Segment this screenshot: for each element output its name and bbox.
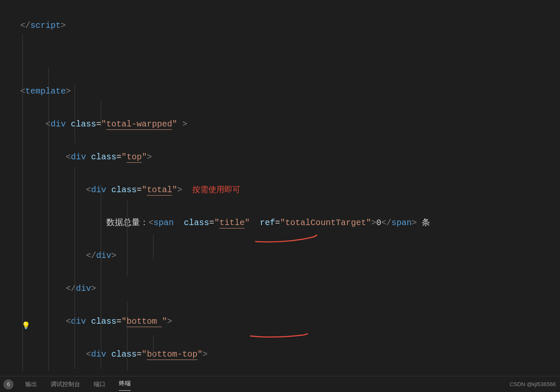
code-line: </div> <box>20 247 560 264</box>
problems-count-badge[interactable]: 6 <box>3 379 13 389</box>
code-line: 数据总量：<span class="title" ref="totalCount… <box>20 215 560 231</box>
code-line: <div class="total"> 按需使用即可 <box>20 182 560 198</box>
tag-div: div <box>51 119 66 129</box>
tag-div: div <box>71 317 86 326</box>
tag-div: div <box>91 349 106 359</box>
code-line: <div class="bottom "> <box>20 313 560 330</box>
tag-span-close: span <box>391 218 412 228</box>
indent-guide <box>127 301 127 371</box>
tab-output[interactable]: 输出 <box>25 379 37 390</box>
attr-class: class <box>184 218 209 228</box>
indent-guide <box>101 101 101 126</box>
attr-class: class <box>111 349 137 359</box>
code-line: </script> <box>20 17 560 34</box>
tab-debug-console[interactable]: 调试控制台 <box>51 379 80 390</box>
ref-total-count-target: totalCountTarget <box>285 218 366 228</box>
tag-template: template <box>25 86 66 96</box>
indent-guide <box>75 84 75 143</box>
attr-class: class <box>111 185 137 195</box>
code-editor[interactable]: </script> <template> <div class="total-w… <box>0 0 560 392</box>
class-total-warpped: total-warpped <box>106 119 172 130</box>
bottom-panel-tabs: 6 输出 调试控制台 端口 终端 <box>0 376 560 392</box>
class-total: total <box>147 185 172 196</box>
code-line: <template> <box>20 83 560 99</box>
tab-port[interactable]: 端口 <box>94 379 105 390</box>
indent-guide <box>153 234 153 259</box>
attr-class: class <box>91 152 116 162</box>
class-title: title <box>219 218 245 228</box>
tag-div: div <box>91 185 106 195</box>
text-data-total: 数据总量： <box>106 218 148 228</box>
text-tiao: 条 <box>417 218 430 228</box>
indent-guide <box>101 183 101 369</box>
tag-div: div <box>71 152 86 162</box>
indent-guide <box>48 67 49 371</box>
code-line: </div> <box>20 280 560 297</box>
text-zero: 0 <box>376 218 381 228</box>
tab-terminal[interactable]: 终端 <box>119 378 131 390</box>
problems-count: 6 <box>7 379 10 389</box>
code-line <box>20 50 560 67</box>
tag-div-close: div <box>96 251 111 260</box>
lightbulb-icon[interactable]: 💡 <box>22 319 30 333</box>
class-bottom: bottom <box>127 317 162 327</box>
watermark: CSDN @kjl536566 <box>510 379 556 389</box>
indent-guide <box>75 166 75 369</box>
class-bottom-top: bottom-top <box>147 349 197 360</box>
indent-guide <box>127 200 127 276</box>
attr-ref: ref <box>260 218 275 228</box>
code-line: <div class="total-warpped" > <box>20 116 560 132</box>
tag-div-close: div <box>76 284 91 293</box>
indent-guide <box>153 335 153 360</box>
code-line: <div class="top"> <box>20 149 560 165</box>
tag-script-close: script <box>30 21 61 30</box>
class-top: top <box>127 152 142 163</box>
tag-span: span <box>153 218 174 228</box>
attr-class: class <box>91 317 116 326</box>
code-line: <div class="bottom-top"> <box>20 346 560 362</box>
annotation-comment: 按需使用即可 <box>192 185 240 194</box>
